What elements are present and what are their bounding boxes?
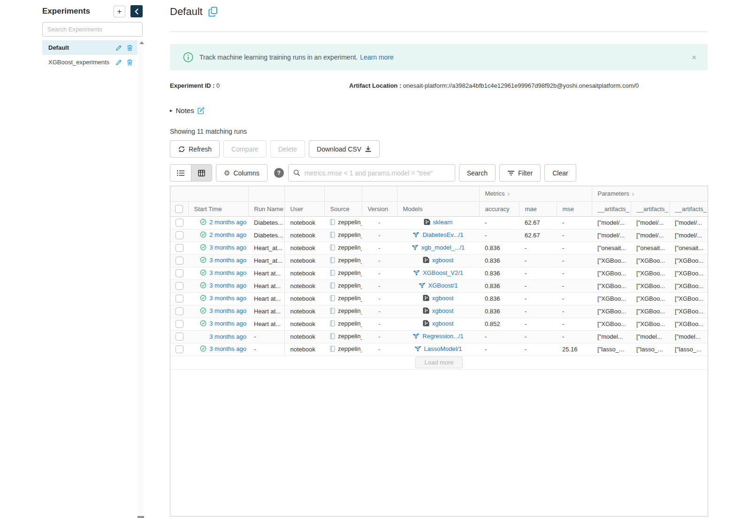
run-start-time-link[interactable]: 2 months ago: [200, 231, 246, 238]
close-banner-icon[interactable]: ×: [692, 53, 696, 61]
run-start-time-link[interactable]: 3 months ago: [200, 257, 246, 264]
col-accuracy[interactable]: accuracy: [479, 201, 519, 216]
run-checkbox[interactable]: [176, 345, 183, 353]
run-checkbox[interactable]: [176, 244, 183, 252]
run-model-link[interactable]: DiabetesEv.../1: [412, 231, 463, 238]
edit-notes-icon[interactable]: [198, 107, 205, 114]
run-checkbox[interactable]: [176, 295, 183, 303]
edit-experiment-icon[interactable]: [115, 45, 122, 51]
run-checkbox[interactable]: [176, 219, 183, 227]
load-more-button[interactable]: Load more: [415, 357, 462, 368]
notebook-source-icon: [330, 244, 335, 251]
col-artifacts-3[interactable]: __artifacts_: [669, 201, 708, 216]
run-model-link[interactable]: xgboost: [423, 257, 454, 264]
search-button[interactable]: Search: [459, 164, 496, 182]
param-artifacts: ["XGBoo...: [636, 308, 665, 315]
run-model-link[interactable]: LassoModel/1: [414, 345, 462, 352]
grid-view-button[interactable]: [191, 165, 212, 181]
param-artifacts: ["XGBoo...: [675, 282, 703, 289]
run-model-link[interactable]: xgboost: [423, 307, 454, 314]
run-version: -: [378, 308, 380, 315]
col-artifacts-1[interactable]: __artifacts_: [592, 201, 631, 216]
run-model-link[interactable]: xgboost: [423, 295, 454, 302]
run-start-time-link[interactable]: 3 months ago: [200, 295, 246, 302]
registered-model-icon: [412, 244, 419, 251]
collapse-sidebar-button[interactable]: [130, 5, 143, 17]
col-models[interactable]: Models: [397, 201, 479, 216]
run-model-link[interactable]: XGBoost_V2/1: [413, 269, 463, 276]
run-checkbox[interactable]: [176, 320, 183, 328]
notes-section-toggle[interactable]: ▸ Notes: [170, 106, 709, 114]
metric-mae: 62.67: [525, 232, 540, 239]
run-start-time-link[interactable]: 2 months ago: [200, 219, 246, 226]
run-source: zeppelin_pyth: [330, 295, 362, 302]
metric-mae: -: [525, 320, 527, 327]
metric-accuracy: -: [485, 219, 487, 226]
metric-mse: -: [562, 333, 564, 340]
run-checkbox[interactable]: [176, 282, 183, 290]
search-experiments-input[interactable]: [42, 22, 143, 37]
copy-icon[interactable]: [208, 7, 218, 17]
run-start-time-link[interactable]: 3 months ago: [200, 345, 246, 352]
run-start-time-text: 3 months ago: [209, 257, 246, 264]
sidebar-item-xgboost-experiments[interactable]: XGBoost_experiments: [42, 55, 137, 69]
run-source-text: zeppelin_pyth: [338, 345, 362, 352]
download-csv-button[interactable]: Download CSV: [309, 140, 380, 158]
parameters-group-header[interactable]: Parameters›: [592, 186, 708, 201]
run-start-time-link[interactable]: 3 months ago: [200, 282, 246, 289]
run-source-text: zeppelin_pyth: [338, 320, 362, 327]
col-start-time[interactable]: Start Time: [188, 201, 248, 216]
run-start-time-link[interactable]: 3 months ago: [200, 307, 246, 314]
run-model-link[interactable]: sklearn: [424, 219, 453, 226]
metric-accuracy: 0.836: [485, 282, 500, 289]
compare-button[interactable]: Compare: [223, 140, 267, 158]
learn-more-link[interactable]: Learn more: [360, 53, 394, 61]
run-start-time-link[interactable]: 3 months ago: [200, 244, 246, 251]
help-icon[interactable]: ?: [274, 168, 284, 178]
edit-experiment-icon[interactable]: [115, 59, 122, 66]
delete-experiment-icon[interactable]: [127, 45, 133, 51]
filter-button[interactable]: Filter: [499, 164, 541, 182]
run-model-link[interactable]: xgb_model_.../1: [412, 244, 465, 251]
chevron-left-icon: [134, 8, 139, 15]
metrics-group-header[interactable]: Metrics›: [479, 186, 592, 201]
run-start-time-link[interactable]: 3 months ago: [200, 320, 246, 327]
metric-accuracy: -: [485, 346, 487, 353]
run-checkbox[interactable]: [176, 257, 183, 265]
scroll-up-arrow-icon[interactable]: [139, 41, 144, 44]
sidebar-item-default[interactable]: Default: [42, 40, 137, 55]
columns-button[interactable]: ⚙ Columns: [216, 164, 267, 182]
scroll-down-arrow-icon[interactable]: [137, 516, 144, 518]
run-start-time-link[interactable]: 3 months ago: [200, 269, 246, 276]
run-start-time-link[interactable]: 3 months ago: [209, 333, 246, 340]
run-model-link[interactable]: Regression.../1: [412, 333, 463, 340]
run-row: 3 months ago-notebookzeppelin_pyth-Lasso…: [170, 343, 708, 356]
col-source[interactable]: Source: [324, 201, 362, 216]
col-artifacts-2[interactable]: __artifacts_: [631, 201, 669, 216]
delete-button[interactable]: Delete: [270, 140, 305, 158]
runs-search-input[interactable]: [288, 164, 455, 182]
col-run-name[interactable]: Run Name: [248, 201, 284, 216]
select-all-checkbox[interactable]: [175, 205, 183, 213]
sidebar-scrollbar[interactable]: [138, 39, 144, 518]
run-model-link[interactable]: xgboost: [423, 320, 454, 327]
run-model-link[interactable]: XGBoost/1: [419, 282, 458, 289]
delete-experiment-icon[interactable]: [127, 59, 133, 66]
refresh-button[interactable]: Refresh: [170, 140, 220, 158]
add-experiment-button[interactable]: +: [114, 6, 125, 17]
run-checkbox[interactable]: [176, 307, 183, 315]
expand-caret-icon: ▸: [170, 107, 173, 114]
col-user[interactable]: User: [284, 201, 324, 216]
notebook-source-icon: [330, 320, 335, 327]
col-mae[interactable]: mae: [519, 201, 557, 216]
run-checkbox[interactable]: [176, 269, 183, 277]
run-checkbox[interactable]: [176, 333, 183, 341]
runs-tbody: 2 months agoDiabetes...notebookzeppelin_…: [170, 216, 708, 356]
run-checkbox[interactable]: [176, 231, 183, 239]
col-mse[interactable]: mse: [557, 201, 592, 216]
list-view-button[interactable]: [170, 165, 191, 181]
run-source: zeppelin_pyth: [330, 244, 362, 251]
col-version[interactable]: Version: [362, 201, 397, 216]
metric-accuracy: 0.836: [485, 308, 500, 315]
clear-button[interactable]: Clear: [544, 164, 576, 182]
